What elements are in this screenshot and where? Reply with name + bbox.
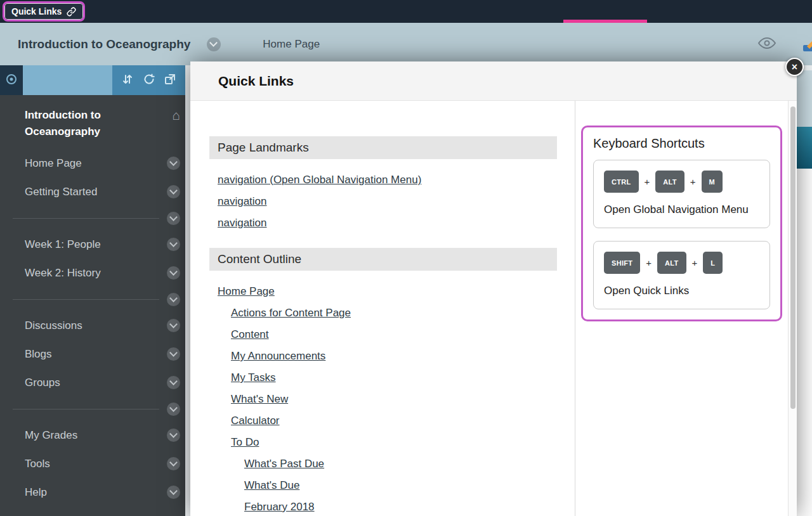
outline-link-row: My Announcements [209,345,557,367]
sidebar-item-label: Week 2: History [25,267,167,280]
course-menu-sidebar: Introduction to Oceanography ⌂ Home Page… [0,65,185,516]
outline-link[interactable]: My Tasks [231,371,276,384]
chevron-down-icon[interactable] [167,157,180,170]
sidebar-item-blogs[interactable]: Blogs [0,340,185,368]
outline-link[interactable]: What's Due [244,479,299,492]
chevron-down-icon[interactable] [167,185,180,198]
chevron-down-icon[interactable] [167,212,180,225]
outline-link-row: Content [209,324,557,345]
outline-link-row: Actions for Content Page [209,302,557,324]
chevron-down-icon[interactable] [167,347,180,361]
plus-sign: + [645,176,650,187]
chevron-down-icon[interactable] [167,293,180,306]
header-right-actions [757,36,812,53]
sidebar-item-home-page[interactable]: Home Page [0,149,185,177]
quick-links-modal: Quick Links × Page Landmarks navigation … [190,61,797,516]
landmark-link[interactable]: navigation [218,217,267,229]
outline-link[interactable]: Home Page [218,285,275,298]
shortcut-description: Open Quick Links [604,283,759,299]
scrollbar-thumb[interactable] [790,106,796,409]
outline-link[interactable]: What's New [231,393,288,406]
refresh-icon [143,73,155,87]
edit-mode-icon[interactable] [802,36,812,53]
plus-sign: + [690,176,696,187]
popout-button[interactable] [164,73,176,87]
sidebar-item-discussions[interactable]: Discussions [0,311,185,340]
content-outline-heading: Content Outline [209,248,557,271]
chevron-down-icon[interactable] [167,266,180,280]
modal-right-column: Keyboard Shortcuts CTRL + ALT + M Open G… [575,101,788,516]
sidebar-item-week-2-history[interactable]: Week 2: History [0,259,185,287]
chevron-down-icon[interactable] [167,376,180,389]
outline-link-row: To Do [209,432,557,453]
outline-link[interactable]: February 2018 [244,501,315,513]
course-menu-chevron-icon[interactable] [207,37,221,51]
chevron-down-icon[interactable] [167,403,180,416]
sidebar-item-label: Getting Started [25,186,167,198]
plus-sign: + [692,257,698,268]
reorder-button[interactable] [121,73,134,87]
outline-link[interactable]: To Do [231,436,259,449]
shortcut-card: SHIFT + ALT + L Open Quick Links [593,241,770,309]
sidebar-item-label: Home Page [25,157,167,170]
chevron-down-icon[interactable] [167,319,180,332]
keycap: ALT [657,252,686,274]
sidebar-item-help[interactable]: Help [0,478,185,506]
student-preview-button[interactable] [757,36,776,52]
landmark-link[interactable]: navigation [218,195,267,208]
sidebar-item-tools[interactable]: Tools [0,449,185,478]
refresh-button[interactable] [143,73,155,87]
popout-window-icon [164,73,176,87]
sidebar-item-label: Discussions [25,319,167,332]
course-header: Introduction to Oceanography Home Page [0,23,812,65]
chevron-down-icon[interactable] [167,238,180,251]
eye-icon [757,42,776,52]
shortcut-description: Open Global Navigation Menu [604,202,759,217]
landmark-link[interactable]: navigation (Open Global Navigation Menu) [218,174,421,186]
page-landmarks-heading: Page Landmarks [209,136,557,159]
chevron-down-icon[interactable] [167,457,180,470]
outline-link[interactable]: What's Past Due [244,458,324,470]
course-menu-toolbar [0,65,185,95]
sidebar-item-label: Help [25,486,167,499]
keycap: ALT [655,171,684,193]
outline-link-row: What's New [209,389,557,410]
outline-links: Home Page Actions for Content Page Conte… [209,281,557,516]
outline-link[interactable]: My Announcements [231,350,325,363]
close-button[interactable]: × [785,58,804,76]
screen: Quick Links Introduction to Oceanography… [0,0,812,516]
outline-link-row: My Tasks [209,367,557,389]
chevron-down-icon[interactable] [167,486,180,499]
sidebar-item-label: Week 1: People [25,238,167,251]
modal-body: Page Landmarks navigation (Open Global N… [190,101,797,516]
sidebar-item-groups[interactable]: Groups [0,368,185,397]
menu-circle-button[interactable] [0,65,23,95]
divider-line [13,218,159,219]
sidebar-course-title[interactable]: Introduction to Oceanography ⌂ [0,95,185,149]
outline-link[interactable]: Calculator [231,415,280,427]
landmark-link-row: navigation (Open Global Navigation Menu) [209,169,557,191]
sidebar-item-label: Tools [25,458,167,470]
modal-scrollbar[interactable] [788,101,797,516]
quick-links-label: Quick Links [11,6,62,16]
outline-link[interactable]: Actions for Content Page [231,307,351,319]
circle-dot-icon [5,73,18,87]
chevron-down-icon[interactable] [167,429,180,442]
menu-view-toggle[interactable] [23,65,112,95]
shortcut-card: CTRL + ALT + M Open Global Navigation Me… [593,160,770,228]
quick-links-button[interactable]: Quick Links [3,1,85,22]
keycap: SHIFT [604,252,640,274]
sidebar-item-my-grades[interactable]: My Grades [0,421,185,449]
sidebar-item-getting-started[interactable]: Getting Started [0,177,185,206]
sidebar-item-label: My Grades [25,429,167,442]
divider-line [13,409,159,410]
sidebar-item-week-1-people[interactable]: Week 1: People [0,230,185,259]
outline-link[interactable]: Content [231,328,269,341]
landmark-link-row: navigation [209,191,557,212]
reorder-arrows-icon [121,73,134,87]
keycap: L [703,252,723,274]
landmark-links: navigation (Open Global Navigation Menu)… [209,169,557,234]
sidebar-divider [0,397,185,421]
plus-sign: + [646,257,652,268]
page-title: Home Page [263,38,320,51]
